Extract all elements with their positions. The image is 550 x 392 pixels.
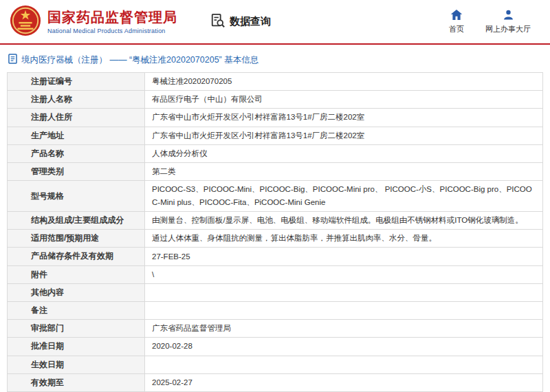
row-label: 有效期至 [8, 373, 145, 391]
table-row: 生效日期 [8, 356, 543, 373]
home-icon [450, 9, 463, 22]
document-icon [8, 54, 17, 66]
row-label: 生效日期 [8, 356, 145, 373]
nav-data-query[interactable]: 数据查询 [210, 13, 271, 30]
row-label: 其他内容 [8, 283, 145, 301]
table-row: 注册证编号粤械注准20202070205 [8, 73, 543, 91]
table-row: 审批部门广东省药品监督管理局 [8, 320, 543, 338]
row-label: 审批部门 [8, 320, 145, 338]
row-value: 人体成分分析仪 [145, 144, 543, 162]
row-value: 有品医疗电子（中山）有限公司 [145, 91, 543, 109]
table-row: 有效期至2025-02-27 [8, 373, 543, 391]
table-row: 型号规格PICOOC-S3、PICOOC-Mini、PICOOC-Big、PIC… [8, 181, 543, 212]
person-icon [503, 9, 514, 22]
row-value: \ [145, 265, 543, 283]
row-value: 广东省中山市火炬开发区小引村祥富路13号1#厂房二楼202室 [145, 109, 543, 127]
nav-home[interactable]: 首页 [446, 9, 468, 34]
row-value [145, 302, 543, 320]
table-row: 适用范围/预期用途通过人体体重、身体阻抗的测量，算出体脂肪率，并推算出肌肉率、水… [8, 230, 543, 248]
table-row: 备注 [8, 302, 543, 320]
row-value: 通过人体体重、身体阻抗的测量，算出体脂肪率，并推算出肌肉率、水分、骨量。 [145, 230, 543, 248]
nav-online-hall-label: 网上办事大厅 [485, 24, 531, 34]
row-value: PICOOC-S3、PICOOC-Mini、PICOOC-Big、PICOOC-… [145, 181, 543, 212]
table-row: 产品名称人体成分分析仪 [8, 144, 543, 162]
row-value: 广东省药品监督管理局 [145, 320, 543, 338]
row-label: 结构及组成/主要组成成分 [8, 212, 145, 230]
row-value: 由测量台、控制面板/显示屏、电池、电极组、移动端软件组成。电极组由不锈钢材料或I… [145, 212, 543, 230]
row-label: 适用范围/预期用途 [8, 230, 145, 248]
table-row: 产品储存条件及有效期27-FEB-25 [8, 248, 543, 265]
row-label: 型号规格 [8, 181, 145, 212]
row-label: 产品储存条件及有效期 [8, 248, 145, 265]
info-table-body: 注册证编号粤械注准20202070205注册人名称有品医疗电子（中山）有限公司注… [8, 73, 543, 392]
table-row: 附件\ [8, 265, 543, 283]
table-row: 注册人名称有品医疗电子（中山）有限公司 [8, 91, 543, 109]
row-label: 批准日期 [8, 338, 145, 356]
row-label: 管理类别 [8, 162, 145, 180]
row-value: 广东省中山市火炬开发区小引村祥富路13号1#厂房二楼202室 [145, 127, 543, 144]
page: 国家药品监督管理局 National Medical Products Admi… [0, 0, 550, 392]
top-right-nav: 首页 网上办事大厅 [446, 9, 531, 34]
row-label: 生产地址 [8, 127, 145, 144]
agency-name-en: National Medical Products Administration [47, 28, 177, 34]
row-value: 27-FEB-25 [145, 248, 543, 265]
table-row: 结构及组成/主要组成成分由测量台、控制面板/显示屏、电池、电极组、移动端软件组成… [8, 212, 543, 230]
row-value: 2020-02-28 [145, 338, 543, 356]
row-label: 产品名称 [8, 144, 145, 162]
agency-title-block: 国家药品监督管理局 National Medical Products Admi… [47, 9, 177, 34]
row-label: 注册人住所 [8, 109, 145, 127]
nav-home-label: 首页 [449, 24, 464, 34]
registration-info-table: 注册证编号粤械注准20202070205注册人名称有品医疗电子（中山）有限公司注… [7, 72, 543, 392]
nav-online-hall[interactable]: 网上办事大厅 [485, 9, 531, 34]
breadcrumb: 境内医疗器械（注册） —— “粤械注准20202070205” 基本信息 [0, 45, 550, 72]
table-row: 管理类别第二类 [8, 162, 543, 180]
agency-name-cn: 国家药品监督管理局 [47, 9, 177, 26]
table-row: 其他内容 [8, 283, 543, 301]
row-value: 粤械注准20202070205 [145, 73, 543, 91]
row-value: 第二类 [145, 162, 543, 180]
row-value [145, 356, 543, 373]
breadcrumb-text: 境内医疗器械（注册） —— “粤械注准20202070205” 基本信息 [21, 54, 258, 66]
row-label: 注册证编号 [8, 73, 145, 91]
table-row: 注册人住所广东省中山市火炬开发区小引村祥富路13号1#厂房二楼202室 [8, 109, 543, 127]
top-header: 国家药品监督管理局 National Medical Products Admi… [0, 0, 550, 43]
document-search-icon [210, 13, 226, 30]
table-row: 批准日期2020-02-28 [8, 338, 543, 356]
national-emblem-icon [10, 5, 41, 39]
nav-data-query-label: 数据查询 [230, 15, 271, 28]
row-value [145, 283, 543, 301]
row-label: 附件 [8, 265, 145, 283]
agency-logo[interactable]: 国家药品监督管理局 National Medical Products Admi… [10, 5, 177, 39]
table-row: 生产地址广东省中山市火炬开发区小引村祥富路13号1#厂房二楼202室 [8, 127, 543, 144]
row-label: 注册人名称 [8, 91, 145, 109]
row-label: 备注 [8, 302, 145, 320]
row-value: 2025-02-27 [145, 373, 543, 391]
